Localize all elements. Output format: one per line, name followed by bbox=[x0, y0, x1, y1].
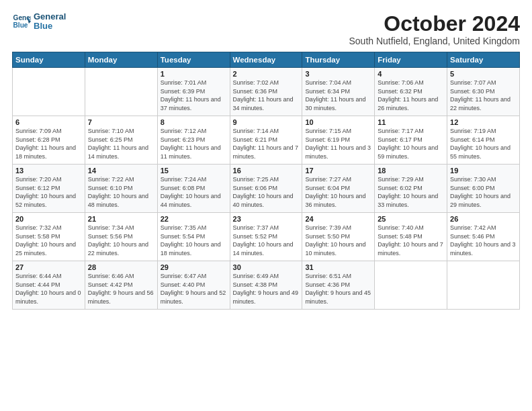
calendar-page: General Blue General Blue General Blue O… bbox=[0, 0, 532, 411]
day-info: Sunrise: 7:01 AM Sunset: 6:39 PM Dayligh… bbox=[161, 79, 227, 112]
logo-blue: Blue bbox=[34, 21, 66, 31]
day-info: Sunrise: 7:29 AM Sunset: 6:02 PM Dayligh… bbox=[378, 175, 444, 209]
day-number: 1 bbox=[161, 70, 227, 78]
day-info: Sunrise: 6:49 AM Sunset: 4:38 PM Dayligh… bbox=[233, 272, 300, 306]
day-number: 8 bbox=[161, 118, 227, 126]
calendar-cell: 16Sunrise: 7:25 AM Sunset: 6:06 PM Dayli… bbox=[230, 165, 302, 213]
calendar-cell: 9Sunrise: 7:14 AM Sunset: 6:21 PM Daylig… bbox=[230, 116, 302, 165]
logo-general: General bbox=[34, 12, 66, 21]
day-number: 26 bbox=[450, 215, 517, 223]
day-info: Sunrise: 7:15 AM Sunset: 6:19 PM Dayligh… bbox=[305, 127, 371, 161]
day-number: 23 bbox=[233, 215, 300, 223]
day-number: 22 bbox=[161, 215, 227, 223]
calendar-cell: 30Sunrise: 6:49 AM Sunset: 4:38 PM Dayli… bbox=[230, 261, 302, 310]
calendar-cell: 20Sunrise: 7:32 AM Sunset: 5:58 PM Dayli… bbox=[13, 213, 85, 261]
day-number: 4 bbox=[378, 70, 444, 78]
calendar-cell: 28Sunrise: 6:46 AM Sunset: 4:42 PM Dayli… bbox=[85, 261, 157, 310]
day-info: Sunrise: 7:24 AM Sunset: 6:08 PM Dayligh… bbox=[161, 175, 227, 209]
day-number: 31 bbox=[305, 263, 371, 271]
calendar-table: SundayMondayTuesdayWednesdayThursdayFrid… bbox=[12, 52, 520, 310]
day-info: Sunrise: 7:27 AM Sunset: 6:04 PM Dayligh… bbox=[305, 175, 371, 209]
day-number: 18 bbox=[378, 167, 444, 175]
weekday-header: Wednesday bbox=[230, 52, 302, 68]
calendar-cell: 29Sunrise: 6:47 AM Sunset: 4:40 PM Dayli… bbox=[157, 261, 230, 310]
day-info: Sunrise: 6:46 AM Sunset: 4:42 PM Dayligh… bbox=[88, 272, 154, 306]
weekday-header: Saturday bbox=[447, 52, 520, 68]
day-number: 28 bbox=[88, 263, 154, 271]
day-number: 9 bbox=[233, 118, 300, 126]
day-number: 12 bbox=[450, 118, 517, 126]
day-info: Sunrise: 7:35 AM Sunset: 5:54 PM Dayligh… bbox=[161, 224, 227, 257]
day-info: Sunrise: 6:44 AM Sunset: 4:44 PM Dayligh… bbox=[15, 272, 82, 306]
calendar-week-row: 13Sunrise: 7:20 AM Sunset: 6:12 PM Dayli… bbox=[13, 165, 520, 213]
day-info: Sunrise: 6:51 AM Sunset: 4:36 PM Dayligh… bbox=[305, 272, 371, 306]
calendar-cell: 2Sunrise: 7:02 AM Sunset: 6:36 PM Daylig… bbox=[230, 68, 302, 116]
day-info: Sunrise: 7:19 AM Sunset: 6:14 PM Dayligh… bbox=[450, 127, 517, 161]
day-number: 27 bbox=[15, 263, 82, 271]
calendar-cell: 3Sunrise: 7:04 AM Sunset: 6:34 PM Daylig… bbox=[302, 68, 375, 116]
calendar-cell: 24Sunrise: 7:39 AM Sunset: 5:50 PM Dayli… bbox=[302, 213, 375, 261]
logo-icon: General Blue bbox=[12, 12, 31, 31]
day-info: Sunrise: 7:09 AM Sunset: 6:28 PM Dayligh… bbox=[15, 127, 82, 161]
day-info: Sunrise: 7:39 AM Sunset: 5:50 PM Dayligh… bbox=[305, 224, 371, 257]
day-info: Sunrise: 7:37 AM Sunset: 5:52 PM Dayligh… bbox=[233, 224, 300, 257]
calendar-cell: 18Sunrise: 7:29 AM Sunset: 6:02 PM Dayli… bbox=[375, 165, 447, 213]
day-info: Sunrise: 7:17 AM Sunset: 6:17 PM Dayligh… bbox=[378, 127, 444, 161]
day-info: Sunrise: 7:20 AM Sunset: 6:12 PM Dayligh… bbox=[15, 175, 82, 209]
day-number: 11 bbox=[378, 118, 444, 126]
calendar-week-row: 20Sunrise: 7:32 AM Sunset: 5:58 PM Dayli… bbox=[13, 213, 520, 261]
calendar-cell: 27Sunrise: 6:44 AM Sunset: 4:44 PM Dayli… bbox=[13, 261, 85, 310]
day-info: Sunrise: 7:25 AM Sunset: 6:06 PM Dayligh… bbox=[233, 175, 300, 209]
day-info: Sunrise: 7:34 AM Sunset: 5:56 PM Dayligh… bbox=[88, 224, 154, 257]
day-number: 24 bbox=[305, 215, 371, 223]
day-number: 14 bbox=[88, 167, 154, 175]
day-number: 21 bbox=[88, 215, 154, 223]
calendar-cell: 5Sunrise: 7:07 AM Sunset: 6:30 PM Daylig… bbox=[447, 68, 520, 116]
day-info: Sunrise: 7:12 AM Sunset: 6:23 PM Dayligh… bbox=[161, 127, 227, 161]
calendar-cell bbox=[85, 68, 157, 116]
calendar-cell: 15Sunrise: 7:24 AM Sunset: 6:08 PM Dayli… bbox=[157, 165, 230, 213]
weekday-header: Sunday bbox=[13, 52, 85, 68]
calendar-cell: 8Sunrise: 7:12 AM Sunset: 6:23 PM Daylig… bbox=[157, 116, 230, 165]
day-info: Sunrise: 7:10 AM Sunset: 6:25 PM Dayligh… bbox=[88, 127, 154, 161]
day-number: 25 bbox=[378, 215, 444, 223]
day-info: Sunrise: 7:42 AM Sunset: 5:46 PM Dayligh… bbox=[450, 224, 517, 257]
weekday-header-row: SundayMondayTuesdayWednesdayThursdayFrid… bbox=[13, 52, 520, 68]
calendar-week-row: 6Sunrise: 7:09 AM Sunset: 6:28 PM Daylig… bbox=[13, 116, 520, 165]
day-info: Sunrise: 7:14 AM Sunset: 6:21 PM Dayligh… bbox=[233, 127, 300, 161]
day-number: 2 bbox=[233, 70, 300, 78]
calendar-cell: 17Sunrise: 7:27 AM Sunset: 6:04 PM Dayli… bbox=[302, 165, 375, 213]
calendar-cell: 21Sunrise: 7:34 AM Sunset: 5:56 PM Dayli… bbox=[85, 213, 157, 261]
calendar-cell: 12Sunrise: 7:19 AM Sunset: 6:14 PM Dayli… bbox=[447, 116, 520, 165]
day-number: 7 bbox=[88, 118, 154, 126]
month-title: October 2024 bbox=[349, 12, 521, 36]
day-number: 10 bbox=[305, 118, 371, 126]
calendar-cell: 7Sunrise: 7:10 AM Sunset: 6:25 PM Daylig… bbox=[85, 116, 157, 165]
calendar-cell: 13Sunrise: 7:20 AM Sunset: 6:12 PM Dayli… bbox=[13, 165, 85, 213]
calendar-week-row: 1Sunrise: 7:01 AM Sunset: 6:39 PM Daylig… bbox=[13, 68, 520, 116]
calendar-cell: 10Sunrise: 7:15 AM Sunset: 6:19 PM Dayli… bbox=[302, 116, 375, 165]
day-number: 5 bbox=[450, 70, 517, 78]
day-info: Sunrise: 7:06 AM Sunset: 6:32 PM Dayligh… bbox=[378, 79, 444, 112]
weekday-header: Friday bbox=[375, 52, 447, 68]
day-number: 6 bbox=[15, 118, 82, 126]
weekday-header: Thursday bbox=[302, 52, 375, 68]
weekday-header: Tuesday bbox=[157, 52, 230, 68]
day-info: Sunrise: 7:30 AM Sunset: 6:00 PM Dayligh… bbox=[450, 175, 517, 209]
day-info: Sunrise: 7:07 AM Sunset: 6:30 PM Dayligh… bbox=[450, 79, 517, 112]
logo: General Blue General Blue General Blue bbox=[12, 12, 66, 32]
calendar-cell: 31Sunrise: 6:51 AM Sunset: 4:36 PM Dayli… bbox=[302, 261, 375, 310]
day-number: 17 bbox=[305, 167, 371, 175]
location: South Nutfield, England, United Kingdom bbox=[349, 36, 521, 46]
day-number: 3 bbox=[305, 70, 371, 78]
header: General Blue General Blue General Blue O… bbox=[12, 12, 520, 46]
day-info: Sunrise: 7:04 AM Sunset: 6:34 PM Dayligh… bbox=[305, 79, 371, 112]
calendar-cell bbox=[13, 68, 85, 116]
title-block: October 2024 South Nutfield, England, Un… bbox=[349, 12, 521, 46]
day-info: Sunrise: 6:47 AM Sunset: 4:40 PM Dayligh… bbox=[161, 272, 227, 306]
calendar-cell: 23Sunrise: 7:37 AM Sunset: 5:52 PM Dayli… bbox=[230, 213, 302, 261]
day-number: 19 bbox=[450, 167, 517, 175]
day-info: Sunrise: 7:02 AM Sunset: 6:36 PM Dayligh… bbox=[233, 79, 300, 112]
calendar-cell: 11Sunrise: 7:17 AM Sunset: 6:17 PM Dayli… bbox=[375, 116, 447, 165]
calendar-cell: 26Sunrise: 7:42 AM Sunset: 5:46 PM Dayli… bbox=[447, 213, 520, 261]
